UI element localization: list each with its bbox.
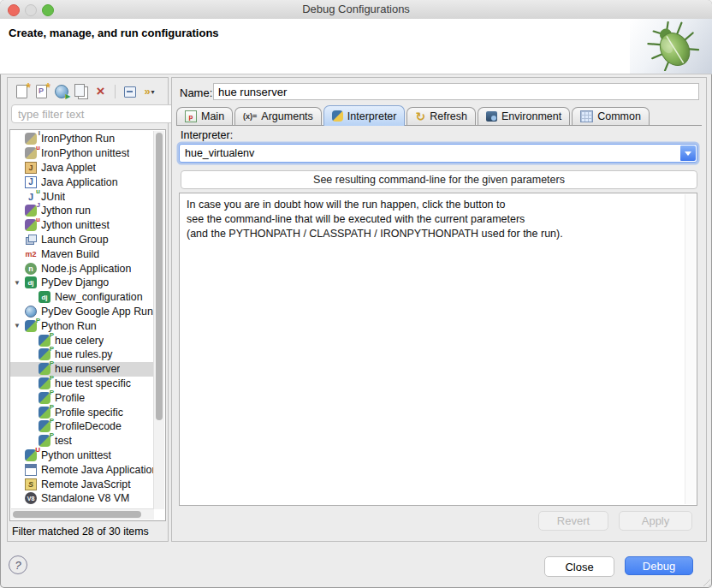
chevron-down-icon <box>685 151 691 156</box>
info-scrollbar-track[interactable] <box>685 194 696 504</box>
expander-icon[interactable]: ▼ <box>14 279 25 287</box>
interpreter-dropdown-button[interactable] <box>680 146 696 161</box>
interpreter-info-text: In case you are in doubt how will the ru… <box>187 198 679 241</box>
expander-icon[interactable]: ▼ <box>14 322 25 330</box>
tree-item-label: Maven Build <box>41 248 99 260</box>
see-command-line-button[interactable]: See resulting command-line for the given… <box>181 170 697 189</box>
python-tab-icon <box>332 110 343 122</box>
export-configurations-button[interactable] <box>51 82 71 101</box>
tree-item-label: PyDev Django <box>41 276 109 288</box>
name-label: Name: <box>180 86 212 99</box>
tree-item[interactable]: IIronPython Run <box>10 132 154 146</box>
refresh-icon: ↻ <box>415 111 425 122</box>
tree-item[interactable]: Phue test specific <box>10 377 154 391</box>
tab-label: Environment <box>501 110 561 122</box>
tab-common[interactable]: Common <box>572 107 650 125</box>
tab-label: Common <box>597 110 641 122</box>
tab-environment[interactable]: Environment <box>478 107 570 125</box>
tab-label: Refresh <box>430 110 467 122</box>
tree-item[interactable]: JJython run <box>10 204 154 218</box>
filter-button[interactable]: ▾ <box>139 82 159 101</box>
tab-interpreter[interactable]: Interpreter <box>323 105 406 126</box>
launch-group-icon <box>25 234 37 246</box>
tree-item[interactable]: PProfileDecode <box>10 419 154 434</box>
tree-item[interactable]: JJava Applet <box>10 161 154 175</box>
tree-item[interactable]: ▼djPyDev Django <box>10 276 154 290</box>
nodejs-icon: n <box>25 263 37 275</box>
tab-label: Interpreter <box>347 110 397 122</box>
tree-item[interactable]: nNode.js Application <box>10 261 154 276</box>
tab-main[interactable]: pMain <box>176 107 233 125</box>
delete-configuration-button[interactable] <box>91 82 110 101</box>
apply-button[interactable]: Apply <box>619 511 692 531</box>
collapse-all-icon <box>124 86 136 98</box>
tree-item[interactable]: uIronPython unittest <box>10 146 154 161</box>
tree-item[interactable]: PProfile <box>10 390 154 405</box>
tree-item-label: Jython unittest <box>41 219 110 231</box>
tree-item-label: hue celery <box>55 335 104 347</box>
debug-configurations-dialog: Debug Configurations Create, manage, and… <box>0 0 712 588</box>
tree-item-label: Profile <box>55 392 85 404</box>
tree-item-label: test <box>55 435 72 447</box>
config-tree-box: IIronPython RunuIronPython unittestJJava… <box>9 129 166 521</box>
tree-horizontal-scrollbar-thumb[interactable] <box>13 511 141 518</box>
collapse-all-button[interactable] <box>120 82 139 101</box>
interpreter-combo <box>179 144 697 163</box>
help-button[interactable]: ? <box>9 555 27 574</box>
toolbar-separator <box>115 85 116 98</box>
tree-item-label: hue rules.py <box>55 348 113 360</box>
python-unittest-icon: U <box>25 449 37 461</box>
tree-item[interactable]: V8Standalone V8 VM <box>10 491 154 506</box>
configurations-panel: ▾ IIronPython RunuIronPython unittestJJa… <box>7 77 169 542</box>
tree-item[interactable]: Ptest <box>10 434 154 448</box>
tree-item-label: Launch Group <box>41 234 109 246</box>
tree-item[interactable]: Phue celery <box>10 333 154 347</box>
revert-button[interactable]: Revert <box>538 511 608 531</box>
filter-status: Filter matched 28 of 30 items <box>12 526 149 538</box>
export-configurations-icon <box>55 85 68 98</box>
tree-vertical-scrollbar-thumb[interactable] <box>156 133 163 420</box>
tree-item[interactable]: djNew_configuration <box>10 290 154 305</box>
tree-item[interactable]: Phue runserver <box>10 362 154 377</box>
duplicate-configuration-button[interactable] <box>71 82 91 101</box>
interpreter-info-box: In case you are in doubt how will the ru… <box>179 193 697 506</box>
python-icon: P <box>39 435 50 447</box>
tree-item[interactable]: UPython unittest <box>10 448 154 463</box>
tree-item[interactable]: PProfile specific <box>10 405 154 419</box>
tree-item[interactable]: SRemote JavaScript <box>10 477 154 491</box>
tab-refresh[interactable]: ↻Refresh <box>406 107 476 125</box>
tree-item-label: IronPython unittest <box>41 147 129 159</box>
delete-configuration-icon <box>97 85 105 98</box>
tree-item[interactable]: m2Maven Build <box>10 246 154 261</box>
config-tree: IIronPython RunuIronPython unittestJJava… <box>10 132 154 506</box>
tree-item-label: Java Application <box>41 176 118 188</box>
tree-item[interactable]: JJava Application <box>10 175 154 189</box>
filter-input[interactable] <box>11 104 177 123</box>
interpreter-input[interactable] <box>180 145 688 162</box>
name-input[interactable] <box>213 83 699 100</box>
tree-vertical-scrollbar[interactable] <box>153 131 164 509</box>
interpreter-label: Interpreter: <box>181 129 233 141</box>
environment-icon <box>486 111 497 122</box>
tree-item[interactable]: uJython unittest <box>10 218 154 233</box>
arguments-icon: (x)= <box>243 112 257 121</box>
tree-item-label: Python unittest <box>41 449 111 461</box>
header-banner: Create, manage, and run configurations <box>0 19 712 74</box>
debug-button[interactable]: Debug <box>625 556 693 575</box>
tree-item[interactable]: Phue rules.py <box>10 347 154 362</box>
tree-item[interactable]: Launch Group <box>10 233 154 247</box>
tab-bar: pMain(x)=ArgumentsInterpreter↻RefreshEnv… <box>176 104 702 126</box>
new-configuration-button[interactable] <box>12 82 32 101</box>
new-prototype-button[interactable] <box>32 82 51 101</box>
tree-item-label: Remote Java Application <box>41 464 154 476</box>
tree-item[interactable]: JuJUnit <box>10 189 154 204</box>
close-button[interactable]: Close <box>544 556 614 577</box>
tree-item[interactable]: Remote Java Application <box>10 462 154 477</box>
tree-item-label: Profile specific <box>55 407 123 419</box>
tree-item[interactable]: PyDev Google App Run <box>10 305 154 319</box>
tree-item-label: IronPython Run <box>41 133 115 145</box>
tab-arguments[interactable]: (x)=Arguments <box>234 107 322 125</box>
tree-item[interactable]: ▼PPython Run <box>10 318 154 333</box>
tree-horizontal-scrollbar[interactable] <box>11 508 154 520</box>
resize-grip[interactable] <box>700 576 710 586</box>
